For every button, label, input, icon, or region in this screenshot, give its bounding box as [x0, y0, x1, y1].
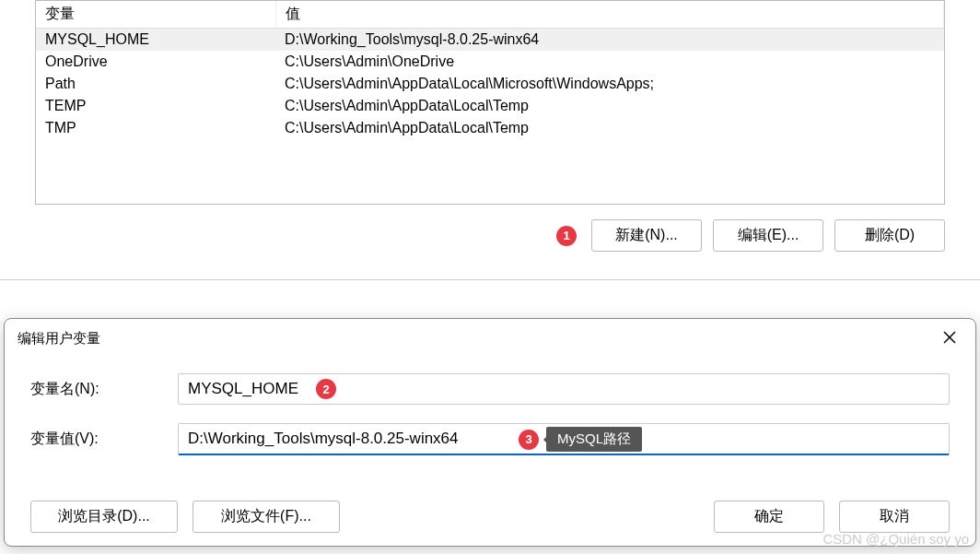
annotation-badge-2: 2: [316, 379, 336, 399]
edit-user-variable-dialog: 编辑用户变量 变量名(N): 2 变量值(V): 3 MySQL路径 浏览目录(…: [4, 318, 976, 547]
browse-file-button[interactable]: 浏览文件(F)...: [192, 501, 340, 533]
annotation-tooltip: MySQL路径: [546, 427, 642, 452]
dialog-title: 编辑用户变量: [18, 330, 100, 348]
table-row[interactable]: MYSQL_HOMED:\Working_Tools\mysql-8.0.25-…: [36, 29, 944, 52]
table-row[interactable]: OneDriveC:\Users\Admin\OneDrive: [36, 51, 944, 73]
new-button[interactable]: 新建(N)...: [591, 219, 702, 252]
cell-value: C:\Users\Admin\AppData\Local\Microsoft\W…: [275, 73, 944, 95]
env-vars-table-wrap: 变量 值 MYSQL_HOMED:\Working_Tools\mysql-8.…: [35, 0, 945, 205]
variable-name-label: 变量名(N):: [30, 380, 178, 399]
edit-button[interactable]: 编辑(E)...: [713, 219, 823, 252]
table-row[interactable]: TMPC:\Users\Admin\AppData\Local\Temp: [36, 117, 944, 139]
cell-value: C:\Users\Admin\AppData\Local\Temp: [275, 117, 944, 139]
table-spacer: [36, 139, 944, 204]
cell-variable: MYSQL_HOME: [36, 29, 275, 52]
variable-name-input[interactable]: [178, 373, 950, 405]
cell-value: D:\Working_Tools\mysql-8.0.25-winx64: [275, 29, 944, 52]
cancel-button[interactable]: 取消: [839, 501, 950, 533]
variable-value-row: 变量值(V): 3 MySQL路径: [30, 423, 950, 455]
cell-variable: TEMP: [36, 95, 275, 117]
col-header-variable[interactable]: 变量: [36, 1, 275, 29]
annotation-badge-3: 3: [519, 430, 539, 450]
dialog-footer: 浏览目录(D)... 浏览文件(F)... 确定 取消: [30, 501, 950, 533]
dialog-header: 编辑用户变量: [5, 319, 975, 357]
dialog-body: 变量名(N): 2 变量值(V): 3 MySQL路径: [5, 357, 975, 455]
cell-value: C:\Users\Admin\AppData\Local\Temp: [275, 95, 944, 117]
cell-variable: Path: [36, 73, 275, 95]
variable-value-label: 变量值(V):: [30, 430, 178, 449]
cell-variable: OneDrive: [36, 51, 275, 73]
env-vars-table[interactable]: 变量 值 MYSQL_HOMED:\Working_Tools\mysql-8.…: [36, 1, 944, 139]
cell-variable: TMP: [36, 117, 275, 139]
table-row[interactable]: PathC:\Users\Admin\AppData\Local\Microso…: [36, 73, 944, 95]
table-button-row: 1 新建(N)... 编辑(E)... 删除(D): [28, 205, 952, 261]
variable-name-row: 变量名(N): 2: [30, 373, 950, 405]
delete-button[interactable]: 删除(D): [834, 219, 945, 252]
table-row[interactable]: TEMPC:\Users\Admin\AppData\Local\Temp: [36, 95, 944, 117]
annotation-badge-1: 1: [556, 226, 577, 246]
ok-button[interactable]: 确定: [714, 501, 824, 533]
close-icon[interactable]: [937, 326, 962, 351]
env-vars-panel: 变量 值 MYSQL_HOMED:\Working_Tools\mysql-8.…: [0, 0, 980, 280]
col-header-value[interactable]: 值: [275, 1, 944, 29]
cell-value: C:\Users\Admin\OneDrive: [275, 51, 944, 73]
browse-directory-button[interactable]: 浏览目录(D)...: [30, 501, 178, 533]
